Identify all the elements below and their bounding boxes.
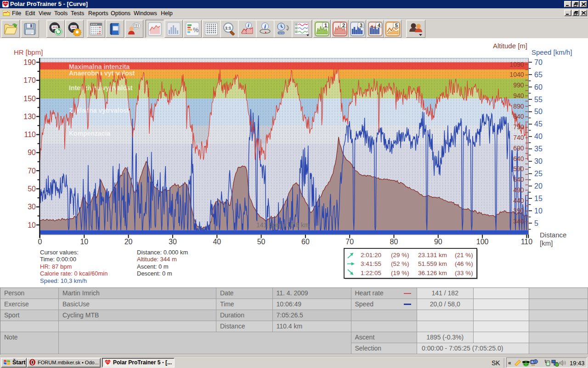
- svg-text:Zakladna vytrvalost: Zakladna vytrvalost: [69, 107, 129, 114]
- svg-text:640: 640: [513, 155, 524, 162]
- svg-text:0: 0: [38, 238, 42, 246]
- svg-text:70: 70: [534, 58, 543, 66]
- svg-text:4: 4: [378, 23, 381, 28]
- svg-text:Speed [km/h]: Speed [km/h]: [531, 48, 572, 56]
- svg-text:690: 690: [513, 144, 524, 152]
- svg-text:130: 130: [23, 113, 36, 121]
- svg-text:60: 60: [534, 83, 543, 91]
- svg-text:35: 35: [534, 145, 543, 153]
- svg-text:90: 90: [434, 238, 442, 246]
- svg-text:20: 20: [534, 182, 543, 190]
- svg-text:790: 790: [513, 123, 524, 131]
- svg-text:Intenzivna vytrvalost: Intenzivna vytrvalost: [69, 84, 133, 92]
- svg-text:Descent: 0 m: Descent: 0 m: [137, 270, 172, 277]
- svg-text:(33 %): (33 %): [455, 270, 473, 276]
- svg-text:HR [bpm]: HR [bpm]: [14, 48, 43, 56]
- svg-text:1:22:05: 1:22:05: [361, 270, 381, 276]
- svg-text:110: 110: [521, 238, 533, 246]
- svg-text:10: 10: [28, 221, 36, 229]
- svg-text:10: 10: [534, 207, 543, 215]
- svg-text:(21 %): (21 %): [455, 252, 473, 259]
- svg-text:890: 890: [513, 103, 524, 110]
- svg-text:990: 990: [513, 81, 524, 89]
- svg-text:5: 5: [395, 23, 398, 28]
- svg-text:740: 740: [513, 134, 524, 141]
- svg-text:3: 3: [360, 23, 362, 28]
- svg-text:HR: 87 bpm: HR: 87 bpm: [40, 263, 72, 270]
- svg-text:Speed: 10,3 km/h: Speed: 10,3 km/h: [40, 277, 87, 284]
- svg-text:30: 30: [534, 157, 543, 165]
- svg-text:Altitude [m]: Altitude [m]: [493, 42, 527, 50]
- svg-text:50: 50: [28, 185, 36, 193]
- svg-text:390: 390: [513, 207, 524, 214]
- svg-text:1090: 1090: [509, 61, 524, 68]
- svg-text:2: 2: [342, 23, 345, 28]
- svg-text:840: 840: [513, 113, 524, 120]
- svg-text:Anaerobna vytrvalost: Anaerobna vytrvalost: [69, 69, 135, 77]
- svg-text:Kompenzacia: Kompenzacia: [69, 130, 110, 137]
- svg-text:(29 %): (29 %): [391, 252, 409, 259]
- svg-text:1: 1: [324, 23, 327, 28]
- svg-text:55: 55: [534, 96, 543, 104]
- svg-text:90: 90: [28, 149, 36, 156]
- svg-text:Ascent: 0 m: Ascent: 0 m: [137, 263, 169, 270]
- svg-text:Altitude: 344 m: Altitude: 344 m: [137, 256, 177, 263]
- svg-text:50: 50: [257, 238, 266, 246]
- svg-text:70: 70: [28, 167, 36, 175]
- svg-text:51.559 km: 51.559 km: [418, 260, 447, 267]
- svg-text:170: 170: [23, 76, 36, 84]
- svg-text:Cursor values:: Cursor values:: [40, 249, 79, 256]
- svg-text:20: 20: [124, 238, 133, 246]
- svg-text:940: 940: [513, 92, 524, 99]
- svg-text:15: 15: [534, 195, 543, 202]
- svg-text:Time: 0:00:00: Time: 0:00:00: [40, 256, 76, 263]
- svg-text:80: 80: [390, 238, 398, 246]
- svg-text:23.131 km: 23.131 km: [418, 252, 447, 259]
- svg-text:150: 150: [23, 95, 36, 103]
- svg-text:45: 45: [534, 120, 543, 128]
- svg-text:2:01:20: 2:01:20: [361, 252, 381, 259]
- svg-text:1040: 1040: [509, 71, 524, 78]
- svg-text:i: i: [264, 23, 266, 30]
- svg-text:5: 5: [534, 219, 538, 227]
- svg-text:(19 %): (19 %): [391, 270, 409, 276]
- svg-text:190: 190: [23, 58, 36, 66]
- svg-text:36.126 km: 36.126 km: [418, 270, 447, 276]
- svg-text:590: 590: [513, 165, 524, 172]
- svg-text:3:41:55: 3:41:55: [361, 260, 381, 267]
- svg-text:(46 %): (46 %): [455, 260, 473, 267]
- svg-text:141 bpm | 10.8 km: 141 bpm | 10.8 km: [256, 221, 310, 229]
- svg-text:70: 70: [345, 238, 354, 246]
- svg-text:110: 110: [24, 131, 36, 138]
- svg-text:Calorie rate: 0 kcal/60min: Calorie rate: 0 kcal/60min: [40, 270, 107, 277]
- svg-text:10: 10: [80, 238, 88, 246]
- svg-text:50: 50: [534, 108, 543, 115]
- svg-text:540: 540: [513, 176, 524, 183]
- svg-text:%: %: [193, 26, 199, 34]
- svg-text:65: 65: [534, 71, 543, 79]
- svg-text:60: 60: [301, 238, 310, 246]
- svg-text:340: 340: [513, 218, 524, 225]
- svg-text:40: 40: [534, 132, 543, 140]
- svg-text:30: 30: [28, 203, 36, 211]
- svg-text:100: 100: [476, 238, 489, 246]
- svg-text:40: 40: [213, 238, 221, 246]
- svg-text:Distance: Distance: [540, 231, 566, 239]
- svg-text:1:1: 1:1: [225, 26, 231, 30]
- svg-text:Distance: 0.000 km: Distance: 0.000 km: [137, 249, 188, 256]
- svg-text:440: 440: [513, 197, 524, 204]
- svg-text:490: 490: [513, 186, 524, 194]
- svg-text:[km]: [km]: [540, 239, 553, 247]
- svg-text:25: 25: [534, 170, 543, 178]
- svg-text:30: 30: [169, 238, 177, 246]
- svg-text:(52 %): (52 %): [391, 260, 409, 267]
